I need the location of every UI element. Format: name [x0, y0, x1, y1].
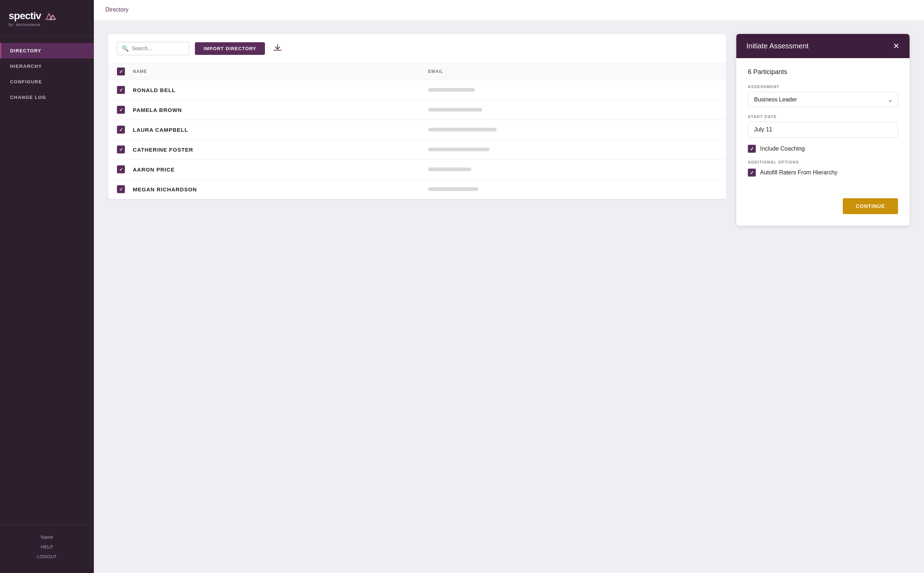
autofill-label: Autofill Raters From Hierarchy [760, 169, 837, 176]
download-icon-button[interactable] [271, 41, 285, 56]
participant-name-0: Ronald Bell [133, 87, 422, 93]
assessment-select-wrapper: Business Leader 360 Feedback Leadership … [748, 92, 898, 107]
assessment-panel: Initiate Assessment ✕ 6 Participants ASS… [736, 34, 910, 225]
table-row: ✓ Pamela Brown [108, 100, 726, 120]
email-placeholder-bar [428, 128, 497, 132]
participant-email-5 [428, 187, 718, 191]
panel-body: 6 Participants ASSESSMENT Business Leade… [736, 58, 910, 225]
import-directory-button[interactable]: IMPORT DIRECTORY [195, 42, 265, 55]
logo-area: spectiv by: decisionwise [0, 0, 94, 36]
table-row: ✓ Laura Campbell [108, 120, 726, 140]
column-name-header: NAME [133, 69, 422, 74]
footer-logout[interactable]: LOGOUT [10, 552, 84, 562]
checkmark-icon: ✓ [119, 147, 123, 152]
content-area: 🔍 IMPORT DIRECTORY ✓ NA [94, 21, 924, 573]
logo-icon [42, 11, 56, 21]
autofill-row: ✓ Autofill Raters From Hierarchy [748, 169, 898, 177]
footer-name[interactable]: Name [10, 532, 84, 542]
continue-button[interactable]: CONTINUE [843, 198, 898, 214]
participant-email-4 [428, 168, 718, 171]
checkmark-icon: ✓ [750, 146, 754, 152]
sidebar-item-directory[interactable]: DIRECTORY [0, 43, 94, 58]
email-placeholder-bar [428, 148, 489, 151]
email-placeholder-bar [428, 88, 475, 92]
participant-name-1: Pamela Brown [133, 107, 422, 113]
table-header: ✓ NAME EMAIL [108, 63, 726, 80]
logo-wordmark: spectiv [9, 10, 41, 22]
search-box[interactable]: 🔍 [117, 42, 189, 55]
participant-email-3 [428, 148, 718, 151]
directory-toolbar: 🔍 IMPORT DIRECTORY [108, 34, 726, 63]
start-date-label: START DATE [748, 114, 898, 119]
sidebar-item-changelog[interactable]: CHANGE LOG [0, 89, 94, 105]
sidebar-footer: Name HELP LOGOUT [0, 524, 94, 573]
row-checkbox-0[interactable]: ✓ [117, 86, 125, 94]
logo-sub: by: decisionwise [9, 22, 85, 27]
start-date-input[interactable] [748, 122, 898, 138]
row-checkbox-3[interactable]: ✓ [117, 146, 125, 153]
checkmark-icon: ✓ [119, 187, 123, 192]
search-icon: 🔍 [122, 45, 129, 52]
footer-help[interactable]: HELP [10, 542, 84, 552]
checkmark-icon: ✓ [119, 69, 123, 74]
participant-email-2 [428, 128, 718, 132]
svg-marker-0 [46, 14, 52, 19]
panel-title: Initiate Assessment [746, 42, 808, 50]
additional-options-label: ADDITIONAL OPTIONS [748, 160, 898, 164]
participant-name-5: Megan Richardson [133, 186, 422, 193]
participant-name-3: Catherine Foster [133, 147, 422, 153]
row-checkbox-1[interactable]: ✓ [117, 106, 125, 114]
checkmark-icon: ✓ [119, 167, 123, 172]
include-coaching-checkbox[interactable]: ✓ [748, 145, 756, 153]
close-button[interactable]: ✕ [893, 42, 899, 50]
tab-directory[interactable]: Directory [94, 0, 140, 20]
include-coaching-row: ✓ Include Coaching [748, 145, 898, 153]
checkmark-icon: ✓ [119, 88, 123, 93]
table-row: ✓ Catherine Foster [108, 140, 726, 160]
main-content: Directory 🔍 IMPORT DIRECTORY [94, 0, 924, 573]
top-bar: Directory [94, 0, 924, 21]
participant-email-1 [428, 108, 718, 111]
assessment-label: ASSESSMENT [748, 85, 898, 89]
directory-panel: 🔍 IMPORT DIRECTORY ✓ NA [108, 34, 726, 199]
email-placeholder-bar [428, 187, 478, 191]
participant-name-4: Aaron Price [133, 166, 422, 172]
row-checkbox-5[interactable]: ✓ [117, 185, 125, 193]
assessment-select[interactable]: Business Leader 360 Feedback Leadership … [748, 92, 898, 107]
autofill-checkbox[interactable]: ✓ [748, 169, 756, 177]
sidebar: spectiv by: decisionwise DIRECTORY HIERA… [0, 0, 94, 573]
checkmark-icon: ✓ [750, 170, 754, 175]
logo: spectiv [9, 10, 85, 22]
participants-count: 6 Participants [748, 68, 898, 76]
search-input[interactable] [132, 45, 195, 51]
email-placeholder-bar [428, 108, 482, 111]
checkmark-icon: ✓ [119, 107, 123, 113]
participant-name-2: Laura Campbell [133, 127, 422, 133]
select-all-checkbox[interactable]: ✓ [117, 67, 125, 75]
row-checkbox-2[interactable]: ✓ [117, 126, 125, 134]
sidebar-item-configure[interactable]: CONFIGURE [0, 74, 94, 89]
table-row: ✓ Aaron Price [108, 160, 726, 180]
participant-email-0 [428, 88, 718, 92]
checkmark-icon: ✓ [119, 127, 123, 133]
continue-row: CONTINUE [748, 198, 898, 214]
panel-header: Initiate Assessment ✕ [736, 34, 910, 58]
sidebar-item-hierarchy[interactable]: HIERARCHY [0, 58, 94, 74]
include-coaching-label: Include Coaching [760, 146, 805, 152]
column-email-header: EMAIL [428, 69, 718, 74]
nav-menu: DIRECTORY HIERARCHY CONFIGURE CHANGE LOG [0, 36, 94, 524]
row-checkbox-4[interactable]: ✓ [117, 165, 125, 173]
email-placeholder-bar [428, 168, 471, 171]
table-row: ✓ Ronald Bell [108, 80, 726, 100]
table-row: ✓ Megan Richardson [108, 180, 726, 199]
